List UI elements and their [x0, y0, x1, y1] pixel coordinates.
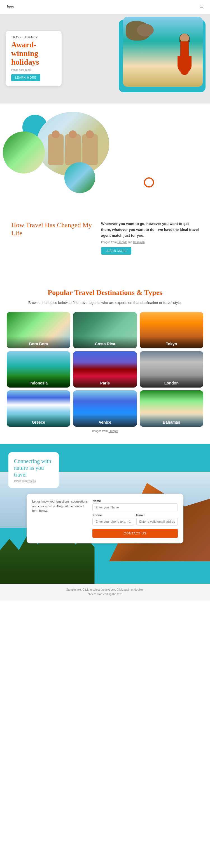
changed-description: Wherever you want to go, however you wan… — [101, 221, 199, 239]
contact-form: Let us know your questions, suggestions … — [27, 494, 183, 544]
dest-label-paris: Paris — [73, 375, 137, 388]
woman-skirt — [178, 56, 191, 73]
dest-freepik-link[interactable]: Freepik — [109, 430, 118, 433]
header: logo ≡ — [0, 0, 210, 14]
hero-title: Award-winning holidays — [11, 40, 56, 66]
hero-image-credit: Image from freepik — [11, 68, 56, 71]
dest-card-venice[interactable]: Venice — [73, 390, 137, 427]
email-input[interactable] — [137, 518, 178, 526]
collage-left-image — [3, 131, 45, 174]
contact-description: Let us know your questions, suggestions … — [32, 499, 89, 538]
email-label: Email — [137, 514, 178, 517]
dest-label-costa-rica: Costa Rica — [73, 336, 137, 348]
phone-input[interactable] — [92, 518, 134, 526]
name-label: Name — [92, 499, 178, 502]
connecting-section: Connecting with nature as you travel Ima… — [0, 444, 210, 584]
destinations-title: Popular Travel Destinations & Types — [7, 288, 203, 297]
phone-field-group: Phone — [92, 514, 134, 528]
dest-card-paris[interactable]: Paris — [73, 351, 137, 388]
contact-form-row: Let us know your questions, suggestions … — [32, 499, 178, 538]
section-divider — [0, 266, 210, 277]
dest-card-tokyo[interactable]: Tokyo — [140, 312, 203, 348]
connecting-credit: Image from Freepik — [14, 479, 53, 483]
dest-card-bora-bora[interactable]: Bora Bora — [7, 312, 70, 348]
dest-card-indonesia[interactable]: Indonesia — [7, 351, 70, 388]
changed-learn-more-button[interactable]: LEARN MORE — [101, 247, 131, 255]
phone-email-row: Phone Email — [92, 514, 178, 528]
connecting-card: Connecting with nature as you travel Ima… — [8, 452, 59, 488]
name-field-group: Name — [92, 499, 178, 514]
changed-image-credit: Images from Freepik and Unsplash — [101, 241, 199, 244]
changed-left-col: How Travel Has Changed My Life — [11, 221, 93, 240]
orange-ring-decoration — [144, 177, 154, 187]
destinations-subtitle: Browse the topics below to find travel a… — [7, 300, 203, 306]
footer: Sample text. Click to select the text bo… — [0, 584, 210, 600]
dest-card-costa-rica[interactable]: Costa Rica — [73, 312, 137, 348]
changed-right-col: Wherever you want to go, however you wan… — [101, 221, 199, 255]
phone-label: Phone — [92, 514, 134, 517]
menu-icon[interactable]: ≡ — [200, 3, 203, 11]
contact-section: Let us know your questions, suggestions … — [0, 488, 210, 552]
person-1 — [48, 134, 64, 165]
email-field-group: Email — [137, 514, 178, 528]
contact-submit-button[interactable]: CONTACT US — [92, 529, 178, 538]
name-input[interactable] — [92, 503, 178, 511]
connecting-title: Connecting with nature as you travel — [14, 458, 53, 478]
dest-card-london[interactable]: London — [140, 351, 203, 388]
hero-card: TRAVEL AGENCY Award-winning holidays Ima… — [6, 31, 62, 86]
footer-text-1: Sample text. Click to select the text bo… — [4, 588, 206, 592]
changed-section: How Travel Has Changed My Life Wherever … — [0, 215, 210, 266]
dest-label-indonesia: Indonesia — [7, 375, 70, 388]
dest-label-greece: Greece — [7, 414, 70, 427]
changed-unsplash-link[interactable]: Unsplash — [133, 241, 145, 244]
contact-fields: Name Phone Email CONTACT US — [92, 499, 178, 538]
collage-section — [0, 103, 210, 215]
dest-label-tokyo: Tokyo — [140, 336, 203, 348]
beach-rocks-2 — [137, 24, 154, 36]
changed-freepik-link[interactable]: Freepik — [117, 241, 126, 244]
hero-beach-image — [123, 17, 203, 87]
person-2 — [65, 134, 81, 165]
dest-card-greece[interactable]: Greece — [7, 390, 70, 427]
connecting-freepik-link[interactable]: Freepik — [27, 479, 36, 483]
hero-section: TRAVEL AGENCY Award-winning holidays Ima… — [0, 14, 210, 103]
freepik-link[interactable]: freepik — [25, 68, 32, 71]
destinations-credit: Images from Freepik — [7, 430, 203, 433]
woman-figure — [175, 34, 194, 87]
person-3 — [82, 134, 98, 165]
dest-label-bora-bora: Bora Bora — [7, 336, 70, 348]
changed-title: How Travel Has Changed My Life — [11, 221, 93, 237]
dest-label-venice: Venice — [73, 414, 137, 427]
destinations-section: Popular Travel Destinations & Types Brow… — [0, 277, 210, 444]
dest-label-london: London — [140, 375, 203, 388]
footer-text-2: click to start editing the text. — [4, 592, 206, 596]
dest-label-bahamas: Bahamas — [140, 414, 203, 427]
logo: logo — [7, 5, 14, 9]
hero-learn-more-button[interactable]: LEARN MORE — [11, 74, 40, 81]
agency-label: TRAVEL AGENCY — [11, 36, 56, 39]
collage-small-image — [64, 162, 95, 193]
contact-description-text: Let us know your questions, suggestions … — [32, 499, 89, 513]
dest-card-bahamas[interactable]: Bahamas — [140, 390, 203, 427]
destinations-grid: Bora Bora Costa Rica Tokyo Indonesia Par… — [7, 312, 203, 427]
